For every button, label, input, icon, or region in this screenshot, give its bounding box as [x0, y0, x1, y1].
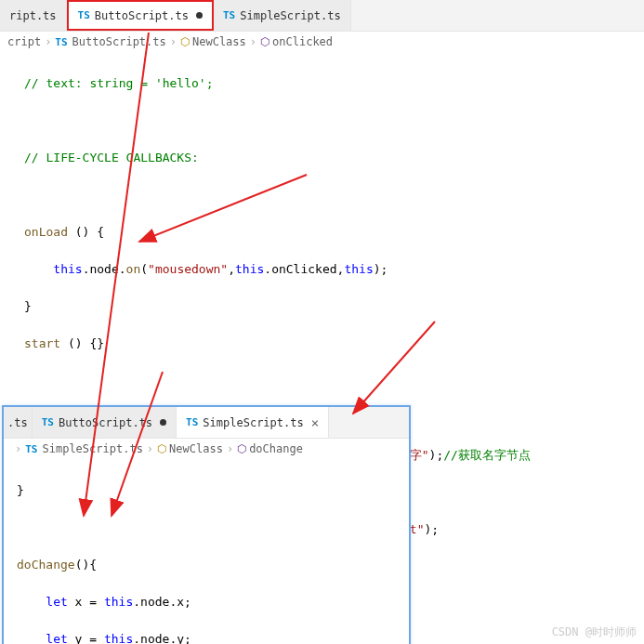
code-line: // text: string = 'hello';: [24, 76, 214, 90]
tab-partial[interactable]: .ts: [4, 407, 33, 438]
breadcrumb-file: ButtoScript.ts: [72, 35, 166, 48]
breadcrumb-top[interactable]: cript › TS ButtoScript.ts › ⬡ NewClass ›…: [0, 32, 644, 52]
typescript-icon: TS: [42, 416, 54, 428]
class-icon: ⬡: [157, 442, 166, 455]
breadcrumb-class: NewClass: [169, 442, 223, 455]
typescript-icon: TS: [78, 9, 90, 21]
method-icon: ⬡: [260, 35, 269, 48]
tab-label: ript.ts: [9, 9, 57, 22]
tab-simplescript[interactable]: TS SimpleScript.ts: [214, 0, 351, 31]
tab-label: .ts: [7, 416, 28, 429]
code-editor-bottom[interactable]: // update (dt) {}: [0, 615, 148, 644]
breadcrumb-part: cript: [7, 35, 41, 48]
class-icon: ⬡: [180, 35, 190, 48]
typescript-icon: TS: [223, 9, 235, 21]
tab-label: SimpleScript.ts: [203, 416, 303, 429]
tab-partial[interactable]: ript.ts: [0, 0, 67, 31]
tab-buttoscript[interactable]: TS ButtoScript.ts: [67, 0, 214, 31]
breadcrumb-file: SimpleScript.ts: [42, 442, 142, 455]
chevron-right-icon: ›: [15, 442, 21, 455]
tab-label: ButtoScript.ts: [59, 416, 152, 429]
close-icon[interactable]: ×: [311, 415, 319, 430]
top-tab-bar: ript.ts TS ButtoScript.ts TS SimpleScrip…: [0, 0, 644, 32]
code-line: // LIFE-CYCLE CALLBACKS:: [24, 151, 199, 164]
tab-simplescript[interactable]: TS SimpleScript.ts ×: [177, 407, 329, 438]
breadcrumb-method: doChange: [249, 442, 303, 455]
dirty-indicator-icon: [196, 12, 203, 19]
breadcrumb-method: onClicked: [272, 35, 333, 48]
typescript-icon: TS: [25, 443, 37, 455]
typescript-icon: TS: [186, 416, 198, 428]
inner-editor-window: .ts TS ButtoScript.ts TS SimpleScript.ts…: [2, 405, 411, 644]
chevron-right-icon: ›: [250, 35, 256, 48]
method-icon: ⬡: [237, 442, 246, 455]
tab-buttoscript[interactable]: TS ButtoScript.ts: [33, 407, 177, 438]
inner-tab-bar: .ts TS ButtoScript.ts TS SimpleScript.ts…: [4, 407, 409, 439]
tab-label: SimpleScript.ts: [240, 9, 340, 22]
chevron-right-icon: ›: [227, 442, 233, 455]
dirty-indicator-icon: [160, 419, 166, 426]
breadcrumb-inner[interactable]: › TS SimpleScript.ts › ⬡ NewClass › ⬡ do…: [4, 439, 409, 459]
typescript-icon: TS: [55, 36, 67, 48]
watermark: CSDN @时时师师: [552, 624, 637, 640]
chevron-right-icon: ›: [147, 442, 153, 455]
breadcrumb-class: NewClass: [192, 35, 246, 48]
chevron-right-icon: ›: [170, 35, 177, 48]
tab-label: ButtoScript.ts: [95, 9, 189, 22]
chevron-right-icon: ›: [45, 35, 51, 48]
